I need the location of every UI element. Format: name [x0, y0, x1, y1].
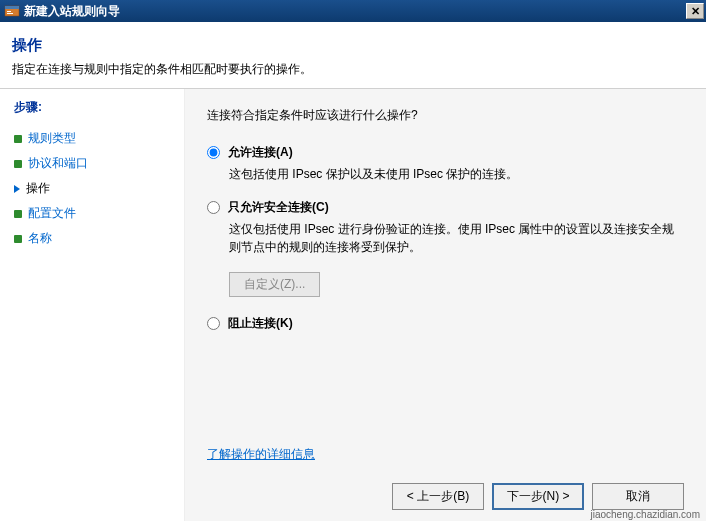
step-label: 名称: [28, 230, 52, 247]
radio-allow[interactable]: 允许连接(A): [207, 144, 684, 161]
svg-rect-1: [5, 6, 19, 9]
step-label: 配置文件: [28, 205, 76, 222]
cancel-button[interactable]: 取消: [592, 483, 684, 510]
customize-button: 自定义(Z)...: [229, 272, 320, 297]
step-label: 协议和端口: [28, 155, 88, 172]
radio-allow-secure[interactable]: 只允许安全连接(C): [207, 199, 684, 216]
titlebar: 新建入站规则向导 ✕: [0, 0, 706, 22]
steps-label: 步骤:: [14, 99, 178, 116]
step-name[interactable]: 名称: [14, 226, 178, 251]
back-button[interactable]: < 上一步(B): [392, 483, 484, 510]
step-label: 操作: [26, 180, 50, 197]
radio-group: 允许连接(A) 这包括使用 IPsec 保护以及未使用 IPsec 保护的连接。…: [207, 144, 684, 332]
radio-block-input[interactable]: [207, 317, 220, 330]
header-area: 操作 指定在连接与规则中指定的条件相匹配时要执行的操作。: [0, 22, 706, 89]
next-button[interactable]: 下一步(N) >: [492, 483, 584, 510]
window-title: 新建入站规则向导: [24, 3, 120, 20]
arrow-icon: [14, 185, 20, 193]
body-area: 步骤: 规则类型 协议和端口 操作 配置文件 名称 连接符合指定条件时应该进行什…: [0, 89, 706, 521]
close-icon: ✕: [691, 5, 700, 18]
content-fill: 连接符合指定条件时应该进行什么操作? 允许连接(A) 这包括使用 IPsec 保…: [207, 107, 684, 463]
bullet-icon: [14, 135, 22, 143]
svg-rect-2: [7, 11, 11, 12]
svg-rect-3: [7, 13, 13, 14]
radio-allow-input[interactable]: [207, 146, 220, 159]
app-icon: [4, 3, 20, 19]
step-action[interactable]: 操作: [14, 176, 178, 201]
bullet-icon: [14, 160, 22, 168]
radio-allow-secure-desc: 这仅包括使用 IPsec 进行身份验证的连接。使用 IPsec 属性中的设置以及…: [229, 220, 684, 256]
bullet-icon: [14, 235, 22, 243]
radio-block[interactable]: 阻止连接(K): [207, 315, 684, 332]
radio-allow-secure-label: 只允许安全连接(C): [228, 199, 329, 216]
content-panel: 连接符合指定条件时应该进行什么操作? 允许连接(A) 这包括使用 IPsec 保…: [185, 89, 706, 521]
close-button[interactable]: ✕: [686, 3, 704, 19]
radio-allow-desc: 这包括使用 IPsec 保护以及未使用 IPsec 保护的连接。: [229, 165, 684, 183]
step-label: 规则类型: [28, 130, 76, 147]
radio-block-label: 阻止连接(K): [228, 315, 293, 332]
content-prompt: 连接符合指定条件时应该进行什么操作?: [207, 107, 684, 124]
page-desc: 指定在连接与规则中指定的条件相匹配时要执行的操作。: [12, 61, 694, 78]
step-profile[interactable]: 配置文件: [14, 201, 178, 226]
step-rule-type[interactable]: 规则类型: [14, 126, 178, 151]
radio-allow-label: 允许连接(A): [228, 144, 293, 161]
radio-allow-secure-input[interactable]: [207, 201, 220, 214]
step-protocol-port[interactable]: 协议和端口: [14, 151, 178, 176]
watermark: jiaocheng.chazidian.com: [590, 509, 700, 520]
sidebar: 步骤: 规则类型 协议和端口 操作 配置文件 名称: [0, 89, 185, 521]
learn-more-link[interactable]: 了解操作的详细信息: [207, 446, 315, 463]
page-title: 操作: [12, 36, 694, 55]
bullet-icon: [14, 210, 22, 218]
titlebar-left: 新建入站规则向导: [4, 3, 120, 20]
